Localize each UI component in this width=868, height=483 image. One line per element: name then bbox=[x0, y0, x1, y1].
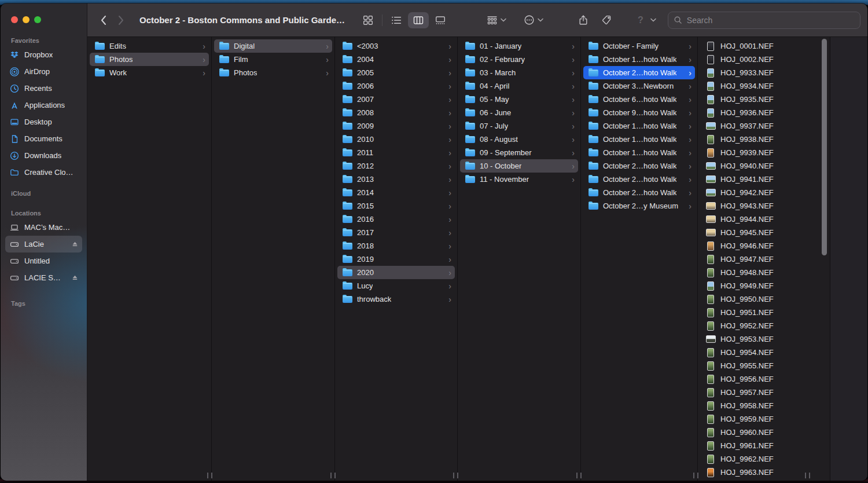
folder-row[interactable]: 01 - January bbox=[460, 39, 578, 53]
folder-row[interactable]: 2020 bbox=[337, 266, 455, 279]
zoom-window-button[interactable] bbox=[34, 16, 41, 23]
file-row[interactable]: HOJ_9950.NEF bbox=[700, 292, 827, 306]
file-row[interactable]: HOJ_9944.NEF bbox=[700, 213, 827, 226]
forward-button[interactable] bbox=[115, 12, 127, 28]
help-icon[interactable]: ? bbox=[638, 15, 643, 25]
file-row[interactable]: HOJ_9936.NEF bbox=[700, 106, 827, 119]
folder-row[interactable]: October - Family bbox=[583, 39, 695, 53]
folder-row[interactable]: 07 - July bbox=[460, 119, 578, 133]
folder-row[interactable]: Digital bbox=[214, 39, 332, 53]
folder-row[interactable]: 02 - February bbox=[460, 53, 578, 66]
file-row[interactable]: HOJ_9948.NEF bbox=[700, 266, 827, 279]
folder-row[interactable]: 11 - November bbox=[460, 173, 578, 186]
file-row[interactable]: HOJ_9956.NEF bbox=[700, 372, 827, 386]
folder-row[interactable]: October 2…hoto Walk bbox=[583, 66, 695, 79]
folder-row[interactable]: 08 - August bbox=[460, 133, 578, 146]
folder-row[interactable]: October 9…hoto Walk bbox=[583, 106, 695, 119]
file-row[interactable]: HOJ_9935.NEF bbox=[700, 93, 827, 106]
close-window-button[interactable] bbox=[11, 16, 18, 23]
folder-row[interactable]: 2018 bbox=[337, 239, 455, 253]
chevron-down-icon[interactable] bbox=[650, 18, 656, 22]
folder-row[interactable]: Photos bbox=[90, 53, 209, 66]
sidebar-item-lacie[interactable]: LaCie bbox=[5, 236, 82, 253]
group-by-button[interactable] bbox=[484, 13, 509, 28]
vertical-scrollbar[interactable] bbox=[822, 39, 827, 255]
folder-row[interactable]: throwback bbox=[337, 292, 455, 306]
file-row[interactable]: HOJ_9957.NEF bbox=[700, 386, 827, 399]
folder-row[interactable]: 06 - June bbox=[460, 106, 578, 119]
sidebar-item-untitled[interactable]: Untitled bbox=[5, 253, 82, 269]
file-row[interactable]: HOJ_9951.NEF bbox=[700, 306, 827, 319]
folder-row[interactable]: 09 - September bbox=[460, 146, 578, 159]
file-row[interactable]: HOJ_9958.NEF bbox=[700, 399, 827, 412]
file-row[interactable]: HOJ_9947.NEF bbox=[700, 253, 827, 266]
search-input[interactable] bbox=[686, 15, 855, 25]
folder-row[interactable]: 04 - April bbox=[460, 79, 578, 93]
file-row[interactable]: HOJ_9938.NEF bbox=[700, 133, 827, 146]
file-row[interactable]: HOJ_9959.NEF bbox=[700, 412, 827, 426]
eject-icon[interactable] bbox=[70, 239, 80, 249]
back-button[interactable] bbox=[98, 12, 109, 28]
share-button[interactable] bbox=[576, 12, 591, 28]
folder-row[interactable]: October 2…hoto Walk bbox=[583, 173, 695, 186]
folder-row[interactable]: 2013 bbox=[337, 173, 455, 186]
file-row[interactable]: HOJ_9940.NEF bbox=[700, 159, 827, 173]
file-row[interactable]: HOJ_9952.NEF bbox=[700, 319, 827, 332]
file-row[interactable]: HOJ_9937.NEF bbox=[700, 119, 827, 133]
file-row[interactable]: HOJ_9934.NEF bbox=[700, 79, 827, 93]
folder-row[interactable]: October 6…hoto Walk bbox=[583, 93, 695, 106]
folder-row[interactable]: 2005 bbox=[337, 66, 455, 79]
file-row[interactable]: HOJ_9945.NEF bbox=[700, 226, 827, 239]
folder-row[interactable]: October 2…hoto Walk bbox=[583, 186, 695, 199]
folder-row[interactable]: October 1…hoto Walk bbox=[583, 53, 695, 66]
sidebar-item-documents[interactable]: Documents bbox=[5, 130, 82, 147]
sidebar-item-desktop[interactable]: Desktop bbox=[5, 114, 82, 130]
file-row[interactable]: HOJ_9953.NEF bbox=[700, 332, 827, 346]
file-row[interactable]: HOJ_9949.NEF bbox=[700, 279, 827, 292]
column-resize-handle[interactable] bbox=[693, 473, 698, 478]
folder-row[interactable]: Photos bbox=[214, 66, 332, 79]
folder-row[interactable]: Lucy bbox=[337, 279, 455, 292]
file-row[interactable]: HOJ_9962.NEF bbox=[700, 452, 827, 466]
column-resize-handle[interactable] bbox=[207, 473, 212, 478]
folder-row[interactable]: 05 - May bbox=[460, 93, 578, 106]
file-row[interactable]: HOJ_9961.NEF bbox=[700, 439, 827, 452]
file-row[interactable]: HOJ_9946.NEF bbox=[700, 239, 827, 253]
file-row[interactable]: HOJ_9933.NEF bbox=[700, 66, 827, 79]
column-resize-handle[interactable] bbox=[330, 473, 336, 478]
folder-row[interactable]: October 2…hoto Walk bbox=[583, 159, 695, 173]
file-row[interactable]: HOJ_9941.NEF bbox=[700, 173, 827, 186]
folder-row[interactable]: October 1…hoto Walk bbox=[583, 133, 695, 146]
folder-row[interactable]: Work bbox=[90, 66, 209, 79]
file-row[interactable]: HOJ_9939.NEF bbox=[700, 146, 827, 159]
folder-row[interactable]: 2007 bbox=[337, 93, 455, 106]
sidebar-item-lacie-s[interactable]: LACIE S… bbox=[5, 269, 82, 286]
gallery-view-button[interactable] bbox=[430, 12, 451, 28]
sidebar-item-downloads[interactable]: Downloads bbox=[5, 147, 82, 164]
sidebar-item-mac[interactable]: MAC’s Mac… bbox=[5, 219, 82, 236]
file-row[interactable]: HOJ_9942.NEF bbox=[700, 186, 827, 199]
folder-row[interactable]: 2011 bbox=[337, 146, 455, 159]
folder-row[interactable]: October 3…Newborn bbox=[583, 79, 695, 93]
folder-row[interactable]: <2003 bbox=[337, 39, 455, 53]
column-view-button[interactable] bbox=[408, 12, 429, 28]
sidebar-item-dropbox[interactable]: Dropbox bbox=[5, 46, 82, 63]
folder-row[interactable]: 2004 bbox=[337, 53, 455, 66]
folder-row[interactable]: October 1…hoto Walk bbox=[583, 119, 695, 133]
folder-row[interactable]: October 2…y Museum bbox=[583, 199, 695, 213]
file-row[interactable]: HOJ_9955.NEF bbox=[700, 359, 827, 372]
folder-row[interactable]: Edits bbox=[90, 39, 209, 53]
file-row[interactable]: HOJ_9954.NEF bbox=[700, 346, 827, 359]
folder-row[interactable]: 03 - March bbox=[460, 66, 578, 79]
folder-row[interactable]: 2017 bbox=[337, 226, 455, 239]
sidebar-item-recents[interactable]: Recents bbox=[5, 80, 82, 97]
sidebar-item-creative-cloud[interactable]: Creative Clo… bbox=[5, 164, 82, 181]
sidebar-item-airdrop[interactable]: AirDrop bbox=[5, 63, 82, 80]
list-view-button[interactable] bbox=[386, 12, 407, 28]
folder-row[interactable]: 2009 bbox=[337, 119, 455, 133]
eject-icon[interactable] bbox=[70, 273, 80, 283]
minimize-window-button[interactable] bbox=[23, 16, 30, 23]
folder-row[interactable]: 2015 bbox=[337, 199, 455, 213]
folder-row[interactable]: Film bbox=[214, 53, 332, 66]
folder-row[interactable]: 2019 bbox=[337, 253, 455, 266]
